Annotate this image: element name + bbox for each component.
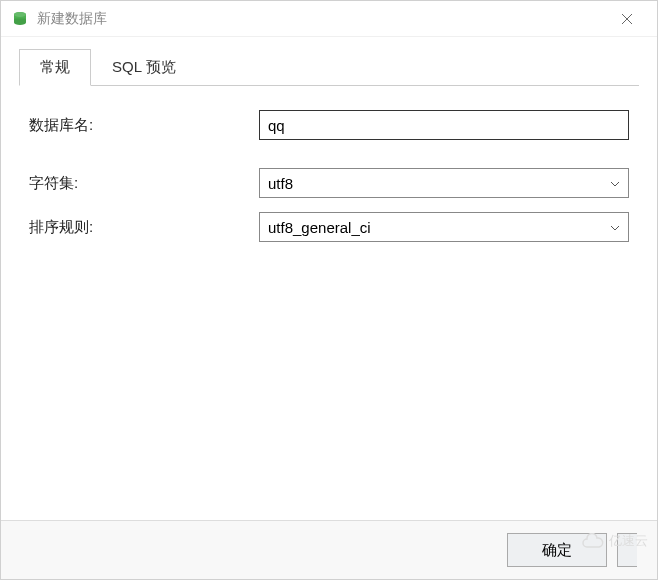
close-button[interactable] bbox=[607, 1, 647, 37]
chevron-down-icon bbox=[610, 176, 620, 190]
database-icon bbox=[11, 10, 29, 28]
secondary-button[interactable] bbox=[617, 533, 637, 567]
row-collation: 排序规则: utf8_general_ci bbox=[29, 212, 629, 242]
titlebar: 新建数据库 bbox=[1, 1, 657, 37]
select-charset[interactable]: utf8 bbox=[259, 168, 629, 198]
row-charset: 字符集: utf8 bbox=[29, 168, 629, 198]
ok-button[interactable]: 确定 bbox=[507, 533, 607, 567]
dialog-footer: 确定 bbox=[1, 520, 657, 579]
tab-separator bbox=[19, 85, 639, 86]
label-db-name: 数据库名: bbox=[29, 116, 259, 135]
label-collation: 排序规则: bbox=[29, 218, 259, 237]
dialog-window: 新建数据库 常规 SQL 预览 数据库名: 字符集: utf8 bbox=[0, 0, 658, 580]
svg-point-1 bbox=[14, 12, 26, 17]
tab-bar: 常规 SQL 预览 bbox=[1, 37, 657, 86]
tab-sql-preview[interactable]: SQL 预览 bbox=[91, 49, 197, 86]
chevron-down-icon bbox=[610, 220, 620, 234]
select-collation-value: utf8_general_ci bbox=[268, 219, 610, 236]
select-charset-value: utf8 bbox=[268, 175, 610, 192]
input-db-name[interactable] bbox=[259, 110, 629, 140]
window-title: 新建数据库 bbox=[37, 10, 607, 28]
tab-general[interactable]: 常规 bbox=[19, 49, 91, 86]
select-collation[interactable]: utf8_general_ci bbox=[259, 212, 629, 242]
row-db-name: 数据库名: bbox=[29, 110, 629, 140]
form-area: 数据库名: 字符集: utf8 排序规则: utf8_general_ci bbox=[1, 86, 657, 520]
label-charset: 字符集: bbox=[29, 174, 259, 193]
close-icon bbox=[621, 13, 633, 25]
